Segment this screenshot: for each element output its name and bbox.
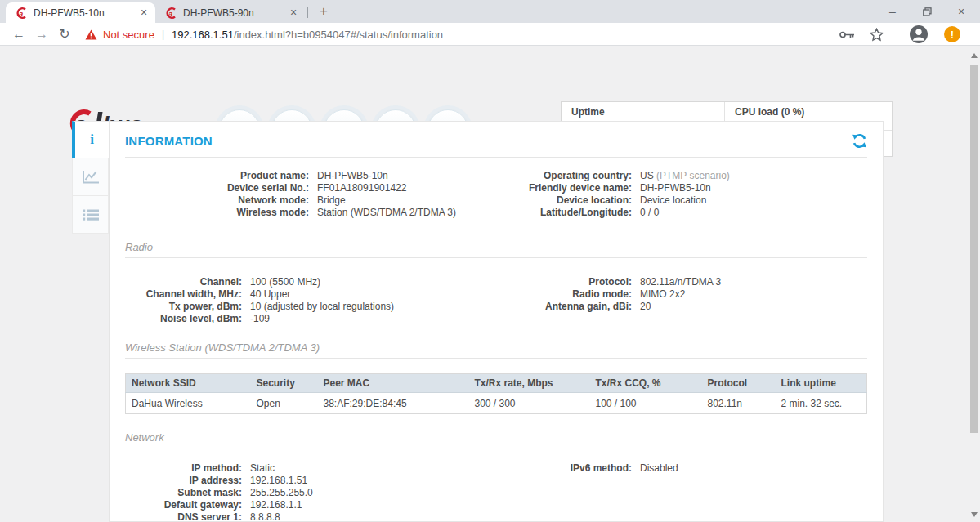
field-label: Protocol:: [524, 276, 632, 288]
field-row: DNS server 1:8.8.8.8: [125, 511, 524, 522]
info-icon: i: [90, 132, 94, 148]
section-heading-radio: Radio: [125, 241, 867, 258]
table-header-cell: Protocol: [702, 374, 776, 393]
wireless-station-table: Network SSIDSecurityPeer MACTx/Rx rate, …: [125, 373, 867, 414]
address-separator: |: [162, 29, 164, 40]
url-path: /index.html?h=b0954047#/status/informati…: [234, 29, 443, 41]
browser-tab-inactive[interactable]: a DH-PFWB5-90n ×: [155, 2, 305, 23]
tab-close-icon[interactable]: ×: [287, 7, 300, 20]
field-label: Noise level, dBm:: [125, 313, 242, 325]
field-value: 255.255.255.0: [250, 487, 313, 499]
field-value: 100 (5500 MHz): [250, 276, 320, 288]
tab-title: DH-PFWB5-90n: [183, 7, 287, 19]
field-label: Default gateway:: [125, 499, 242, 511]
sidebar-tab-registry[interactable]: [72, 196, 109, 234]
window-close-button[interactable]: ×: [942, 0, 980, 23]
field-row: Tx power, dBm:10 (adjusted by local regu…: [125, 301, 524, 313]
window-restore-button[interactable]: [908, 0, 946, 23]
tab-close-icon[interactable]: ×: [137, 7, 150, 20]
not-secure-warning-icon: [85, 29, 97, 40]
table-cell: 100 / 100: [590, 393, 702, 414]
panel-header: INFORMATION: [125, 122, 867, 158]
browser-toolbar: ← → ↻ Not secure | 192.168.1.51 /index.h…: [0, 23, 980, 46]
field-row: Device serial No.:FF01A18091901422: [125, 182, 524, 194]
browser-tab-active[interactable]: a DH-PFWB5-10n ×: [6, 2, 155, 23]
field-value: Bridge: [317, 194, 346, 207]
table-header-cell: Tx/Rx CCQ, %: [590, 374, 702, 393]
field-label: IP address:: [125, 475, 242, 487]
field-label: DNS server 1:: [125, 511, 242, 522]
browser-window: a DH-PFWB5-10n × a DH-PFWB5-90n × + – × …: [0, 0, 980, 522]
field-row: IPv6 method:Disabled: [524, 462, 867, 475]
password-key-icon[interactable]: [839, 25, 855, 44]
radio-left-column: Channel:100 (5500 MHz)Channel width, MHz…: [125, 276, 524, 325]
field-value: Static: [250, 462, 275, 475]
reload-button[interactable]: ↻: [54, 25, 75, 44]
table-cell: 38:AF:29:DE:84:45: [318, 393, 469, 414]
field-row: Channel:100 (5500 MHz): [125, 276, 524, 288]
field-label: Antenna gain, dBi:: [524, 301, 632, 313]
tab-separator: [307, 7, 308, 18]
network-right-column: IPv6 method:Disabled: [524, 462, 867, 522]
table-cell: 2 min. 32 sec.: [776, 393, 867, 414]
address-bar[interactable]: Not secure | 192.168.1.51 /index.html?h=…: [85, 25, 443, 43]
field-value: DH-PFWB5-10n: [640, 182, 711, 194]
field-value: 40 Upper: [250, 288, 290, 301]
browser-tab-bar: a DH-PFWB5-10n × a DH-PFWB5-90n × + – ×: [0, 0, 980, 23]
table-header-cell: Security: [251, 374, 318, 393]
window-minimize-button[interactable]: –: [874, 0, 911, 23]
chart-icon: [82, 170, 100, 184]
field-value: 192.168.1.1: [250, 499, 302, 511]
table-cell: DaHua Wireless: [126, 393, 251, 414]
svg-text:a: a: [168, 8, 172, 17]
information-panel: INFORMATION Product name:DH-PFWB5-10nDev…: [109, 121, 884, 522]
scrollbar-up-arrow-icon[interactable]: [971, 53, 978, 58]
cpu-load-label: CPU load (0 %): [735, 106, 892, 118]
field-value: 0 / 0: [640, 207, 659, 219]
not-secure-label: Not secure: [103, 29, 154, 41]
update-alert-icon[interactable]: !: [944, 26, 960, 42]
table-row: DaHua WirelessOpen38:AF:29:DE:84:45300 /…: [126, 393, 867, 414]
section-heading-wireless-station: Wireless Station (WDS/TDMA 2/TDMA 3): [125, 341, 867, 359]
field-row: Product name:DH-PFWB5-10n: [125, 170, 524, 182]
profile-avatar-icon[interactable]: [909, 25, 929, 44]
field-value: 802.11a/n/TDMA 3: [640, 276, 721, 288]
field-value: Device location: [640, 194, 706, 207]
tab-title: DH-PFWB5-10n: [34, 7, 137, 19]
table-cell: Open: [251, 393, 318, 414]
field-row: IP method:Static: [125, 462, 524, 475]
refresh-icon[interactable]: [852, 133, 867, 149]
new-tab-button[interactable]: +: [314, 3, 333, 20]
radio-right-column: Protocol:802.11a/n/TDMA 3Radio mode:MIMO…: [524, 276, 867, 325]
field-label: Operating country:: [524, 170, 632, 182]
field-label: IPv6 method:: [524, 462, 632, 475]
field-value: FF01A18091901422: [317, 182, 406, 194]
page-scrollbar[interactable]: [969, 46, 980, 522]
field-value: MIMO 2x2: [640, 288, 685, 301]
bookmark-star-icon[interactable]: [870, 25, 884, 44]
forward-button[interactable]: →: [31, 25, 52, 44]
back-button[interactable]: ←: [8, 25, 29, 44]
dahua-favicon-icon: a: [164, 7, 177, 20]
scrollbar-thumb[interactable]: [970, 65, 978, 433]
radio-fields: Channel:100 (5500 MHz)Channel width, MHz…: [125, 276, 867, 325]
network-left-column: IP method:StaticIP address:192.168.1.51S…: [125, 462, 524, 522]
sidebar-tab-statistics[interactable]: [72, 158, 109, 196]
field-label: IP method:: [125, 462, 242, 475]
field-row: Friendly device name:DH-PFWB5-10n: [524, 182, 867, 194]
sidebar-tab-information[interactable]: i: [72, 121, 110, 158]
table-head: Network SSIDSecurityPeer MACTx/Rx rate, …: [126, 374, 867, 393]
field-row: Protocol:802.11a/n/TDMA 3: [524, 276, 867, 288]
field-label: Radio mode:: [524, 288, 632, 301]
scrollbar-down-arrow-icon[interactable]: [971, 512, 978, 517]
field-row: Channel width, MHz:40 Upper: [125, 288, 524, 301]
table-cell: 300 / 300: [469, 393, 590, 414]
info-right-column: Operating country:US (PTMP scenario)Frie…: [524, 170, 867, 219]
list-icon: [83, 208, 99, 221]
device-page-header: a hua TECHNOLOGY i ⚙ ⚒: [0, 46, 980, 121]
field-row: Subnet mask:255.255.255.0: [125, 487, 524, 499]
info-left-column: Product name:DH-PFWB5-10nDevice serial N…: [125, 170, 524, 219]
table-header-row: Network SSIDSecurityPeer MACTx/Rx rate, …: [126, 374, 867, 393]
network-fields: IP method:StaticIP address:192.168.1.51S…: [125, 462, 867, 522]
field-label: Device location:: [524, 194, 632, 207]
